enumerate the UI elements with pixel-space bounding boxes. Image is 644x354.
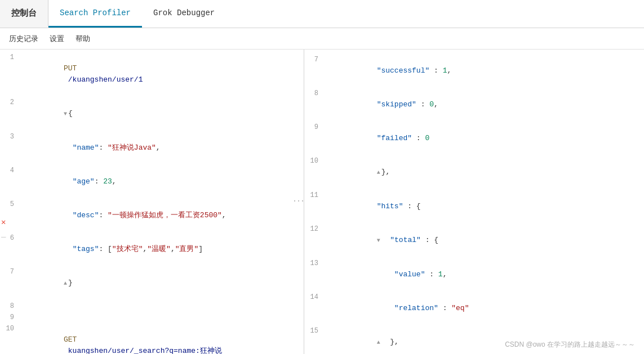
response-line-14: 14 "relation" : "eq" — [304, 292, 644, 325]
editor-line-2: 2 ▼{ — [0, 97, 304, 131]
tab-grok-debugger[interactable]: Grok Debugger — [142, 0, 226, 28]
footer-text: CSDN @owo 在学习的路上越走越远～～～ — [505, 340, 635, 349]
editor-line-1: 1 PUT /kuangshen/user/1 — [0, 52, 304, 97]
editor-line-10: 10 GET kuangshen/user/_search?q=name:狂神说 — [0, 323, 304, 354]
response-line-10: 10 ▲}, — [304, 155, 644, 190]
response-content: 7 "successful" : 1, 8 "skipped" : 0, 9 "… — [304, 50, 644, 354]
x-mark: ✕ — [1, 217, 6, 227]
editor-line-5: 5 "desc": "一顿操作猛如虎，一看工资2500", — [0, 199, 304, 232]
top-nav: 控制台 Search Profiler Grok Debugger — [0, 0, 644, 28]
response-line-7: 7 "successful" : 1, — [304, 54, 644, 88]
response-line-8: 8 "skipped" : 0, — [304, 88, 644, 122]
response-line-13: 13 "value" : 1, — [304, 258, 644, 292]
left-editor-panel[interactable]: 1 PUT /kuangshen/user/1 2 ▼{ 3 "name": "… — [0, 50, 304, 354]
menu-history[interactable]: 历史记录 — [9, 34, 38, 44]
editor-line-8: 8 — [0, 301, 304, 312]
editor-line-6: 6 "tags": ["技术宅","温暖","直男"] — [0, 232, 304, 266]
response-line-9: 9 "failed" : 0 — [304, 122, 644, 155]
editor-line-4: 4 "age": 23, — [0, 165, 304, 199]
main-content: 1 PUT /kuangshen/user/1 2 ▼{ 3 "name": "… — [0, 50, 644, 354]
right-response-panel: 7 "successful" : 1, 8 "skipped" : 0, 9 "… — [304, 50, 644, 354]
response-lines-top: 7 "successful" : 1, 8 "skipped" : 0, 9 "… — [304, 52, 644, 354]
secondary-menu: 历史记录 设置 帮助 — [0, 28, 644, 50]
response-line-12: 12 ▼ "total" : { — [304, 223, 644, 258]
menu-help[interactable]: 帮助 — [75, 34, 90, 44]
editor-line-7: 7 ▲} — [0, 266, 304, 301]
minus-mark: — — [1, 232, 6, 241]
editor-line-9: 9 — [0, 312, 304, 323]
code-editor: 1 PUT /kuangshen/user/1 2 ▼{ 3 "name": "… — [0, 50, 304, 354]
panel-divider-dots: ⋮ — [292, 195, 304, 209]
tab-search-profiler[interactable]: Search Profiler — [48, 0, 142, 28]
tab-console[interactable]: 控制台 — [0, 0, 48, 28]
menu-settings[interactable]: 设置 — [50, 34, 64, 44]
editor-line-3: 3 "name": "狂神说Java", — [0, 131, 304, 165]
response-line-11: 11 "hits" : { — [304, 190, 644, 223]
